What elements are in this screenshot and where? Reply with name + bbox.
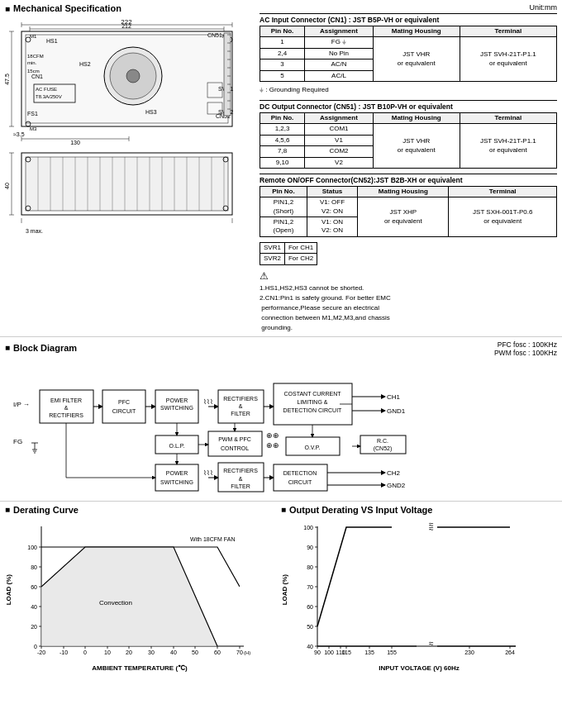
rem-row-1-status: V1: OFFV2: ON [307, 197, 357, 217]
fosc-labels: PFC fosc : 100KHz PWM fosc : 100KHz [494, 340, 557, 357]
mechanical-section: Mechanical Specification 222 212 [0, 0, 562, 337]
svg-rect-79 [208, 431, 262, 456]
hs3-label: HS3 [145, 109, 157, 115]
cc-label-2: LIMITING & [298, 399, 328, 405]
dc-connector-table: Pin No. Assignment Mating Housing Termin… [260, 112, 557, 169]
dc-row-910-assign: V2 [305, 157, 374, 168]
svg-text:40: 40 [307, 644, 313, 649]
svr-row: SVR1 For CH1 [260, 242, 317, 253]
notes-block: ⚠ 1.HS1,HS2,HS3 cannot be shorted. 2.CN1… [260, 269, 557, 333]
svg-text:40: 40 [170, 649, 177, 655]
derating-x-label: AMBIENT TEMPERATURE (℃) [5, 664, 274, 672]
dim-15cm: 15cm [27, 69, 40, 74]
ac-row-1-assign: FG ⏚ [305, 37, 374, 48]
svg-text:40: 40 [31, 604, 37, 610]
svg-text:264: 264 [505, 649, 515, 655]
ps1-label-2: SWITCHING [160, 405, 193, 411]
rect2-label-2: & [239, 476, 243, 482]
svg-text:80: 80 [307, 564, 313, 570]
ac-row-5-pin: 5 [260, 70, 305, 81]
det-label-1: DETECTION [283, 470, 317, 476]
ac-row-3-assign: AC/N [305, 59, 374, 70]
note-2: 2.CN1:Pin1 is safety ground. For better … [260, 293, 557, 303]
rect2-label-1: RECTIFIERS [223, 468, 258, 473]
acfuse-rating: T8.3A/250V [36, 94, 62, 99]
svg-text:100: 100 [303, 525, 313, 531]
svg-text:60: 60 [214, 649, 221, 655]
svg-text:60: 60 [31, 584, 37, 590]
dc-row-123-pin: 1,2,3 [260, 124, 305, 135]
fb2: ⊕⊕ [266, 441, 279, 450]
svg-text:50: 50 [307, 624, 313, 630]
derating-title: Derating Curve [5, 505, 274, 515]
ps1-label-1: POWER [166, 397, 188, 403]
svg-point-17 [126, 69, 140, 83]
svg-text:30: 30 [148, 649, 155, 655]
gnd2-out: GND2 [387, 482, 406, 489]
svg-text:90: 90 [307, 545, 313, 550]
gnd1-out: GND1 [387, 407, 406, 415]
svg-text:50: 50 [192, 649, 198, 655]
convection-label: Convection [99, 599, 132, 607]
dim-130: 130 [70, 140, 80, 145]
rem-row-1-pin: PIN1,2(Short) [260, 197, 307, 217]
remote-connector-table: Pin No. Status Mating Housing Terminal P… [260, 186, 557, 237]
svg-text:0: 0 [83, 649, 87, 655]
note-2c: connection between M1,M2,M3,and chassis [260, 313, 557, 323]
acfuse-label: AC FUSE [36, 87, 57, 92]
emi-label-2: & [64, 405, 69, 411]
svg-text:100: 100 [27, 545, 37, 550]
svg-marker-134 [41, 547, 217, 646]
dim-40: 40 [5, 183, 10, 189]
mechanical-drawing-svg: 222 212 47.5 HS1 HS2 HS3 CN1 [5, 17, 249, 252]
ac-row-24-pin: 2,4 [260, 48, 305, 59]
derating-chart: Derating Curve LOAD (%) 0 20 [5, 505, 281, 672]
mech-tables: Unit:mm AC Input Connector (CN1) : JST B… [253, 3, 557, 333]
dc-row-78-pin: 7,8 [260, 146, 305, 157]
coil2: ⌇⌇⌇ [203, 469, 213, 477]
svg-text:≈: ≈ [429, 520, 434, 529]
unit-label: Unit:mm [260, 3, 557, 12]
m3-label: M3 [30, 126, 37, 131]
cfm-min: min. [27, 60, 37, 65]
dc-col-terminal: Terminal [460, 112, 556, 123]
svg-text:10: 10 [104, 649, 111, 655]
svr-label: SVR1 [260, 242, 285, 253]
mech-drawing: Mechanical Specification 222 212 [5, 3, 253, 333]
svg-text:155: 155 [387, 649, 397, 655]
emi-label-1: EMI FILTER [50, 397, 82, 403]
svr-value: For CH2 [284, 254, 317, 264]
dc-mating: JST VHRor equivalent [373, 124, 460, 169]
dc-row-910-pin: 9,10 [260, 157, 305, 168]
rem-row-2-pin: PIN1,2(Open) [260, 217, 307, 237]
svg-text:70: 70 [236, 649, 243, 655]
fg-label: FG [13, 438, 22, 445]
derating-y-label: LOAD (%) [5, 574, 17, 605]
cfm-label: 18CFM [27, 54, 44, 59]
fs1-label: FS1 [27, 111, 38, 117]
ac-col-terminal: Terminal [460, 26, 556, 37]
ac-terminal: JST SVH-21T-P1.1or equivalent [460, 37, 556, 82]
ps2-label-1: POWER [166, 470, 188, 476]
dim-3max: 3 max. [26, 228, 43, 234]
dim-335: ≈3.5 [13, 131, 25, 137]
pfc-label-2: CIRCUIT [112, 408, 136, 414]
ac-row-24-assign: No Pin [305, 48, 374, 59]
svg-rect-68 [102, 390, 145, 423]
ac-connector-table: Pin No. Assignment Mating Housing Termin… [260, 26, 557, 82]
det-label-2: CIRCUIT [288, 479, 312, 485]
svg-text:60: 60 [307, 604, 313, 610]
svg-text:20: 20 [126, 649, 132, 655]
rect1-label-3: FILTER [231, 411, 250, 416]
output-derating-svg: 40 50 60 70 80 90 100 90 100 [293, 518, 528, 663]
pwm-label-1: PWM & PFC [218, 436, 251, 442]
rc-label-1: R.C. [377, 438, 388, 444]
ch2-out: CH2 [387, 469, 401, 477]
cn51-label: CN51 [207, 32, 222, 38]
fan-label: With 18CFM FAN [190, 536, 235, 542]
ovp-label: O.V.P. [304, 445, 320, 450]
block-diagram-section: Block Diagram PFC fosc : 100KHz PWM fosc… [0, 337, 562, 502]
rem-col-terminal: Terminal [449, 186, 557, 197]
svg-text:20: 20 [31, 624, 37, 630]
ac-row-5-assign: AC/L [305, 70, 374, 81]
